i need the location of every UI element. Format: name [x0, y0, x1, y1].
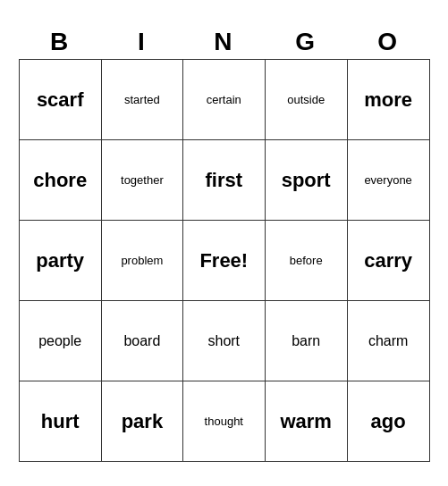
table-row: peopleboardshortbarncharm — [19, 301, 429, 381]
header-g: G — [265, 24, 347, 60]
cell-4-1: park — [101, 381, 182, 462]
cell-4-0: hurt — [19, 381, 101, 462]
cell-2-1: problem — [101, 221, 182, 301]
bingo-table: B I N G O scarfstartedcertainoutsidemore… — [19, 24, 430, 463]
cell-3-4: charm — [347, 301, 429, 381]
table-row: scarfstartedcertainoutsidemore — [19, 60, 429, 140]
cell-4-4: ago — [347, 381, 429, 462]
cell-2-4: carry — [347, 221, 429, 301]
cell-0-4: more — [347, 60, 429, 140]
cell-1-3: sport — [265, 140, 347, 221]
table-row: hurtparkthoughtwarmago — [19, 381, 429, 462]
cell-0-2: certain — [182, 60, 265, 140]
cell-0-3: outside — [265, 60, 347, 140]
cell-4-3: warm — [265, 381, 347, 462]
cell-4-2: thought — [182, 381, 265, 462]
header-n: N — [182, 24, 265, 60]
cell-3-1: board — [101, 301, 182, 381]
cell-2-3: before — [265, 221, 347, 301]
cell-2-2: Free! — [182, 221, 265, 301]
header-o: O — [347, 24, 429, 60]
cell-2-0: party — [19, 221, 101, 301]
cell-0-0: scarf — [19, 60, 101, 140]
header-i: I — [101, 24, 182, 60]
cell-3-3: barn — [265, 301, 347, 381]
cell-0-1: started — [101, 60, 182, 140]
bingo-card: B I N G O scarfstartedcertainoutsidemore… — [10, 15, 439, 472]
cell-1-0: chore — [19, 140, 101, 221]
cell-3-2: short — [182, 301, 265, 381]
header-row: B I N G O — [19, 24, 429, 60]
table-row: choretogetherfirstsporteveryone — [19, 140, 429, 221]
table-row: partyproblemFree!beforecarry — [19, 221, 429, 301]
cell-1-4: everyone — [347, 140, 429, 221]
header-b: B — [19, 24, 101, 60]
cell-1-2: first — [182, 140, 265, 221]
cell-1-1: together — [101, 140, 182, 221]
cell-3-0: people — [19, 301, 101, 381]
